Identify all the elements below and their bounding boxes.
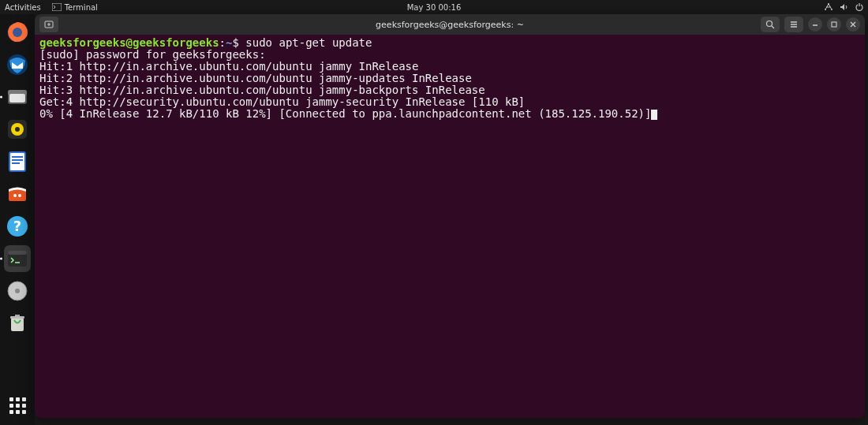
terminal-small-icon	[52, 3, 62, 11]
svg-point-3	[831, 9, 832, 10]
svg-rect-19	[9, 189, 26, 201]
svg-rect-14	[9, 152, 25, 171]
svg-rect-30	[11, 318, 24, 331]
svg-line-37	[772, 26, 774, 28]
window-title: geeksforgeeks@geeksforgeeks: ~	[35, 20, 865, 30]
svg-point-2	[825, 9, 826, 10]
svg-point-1	[828, 3, 829, 5]
terminal-line: [sudo] password for geeksforgeeks:	[39, 49, 860, 61]
topbar-terminal-label: Terminal	[65, 3, 98, 12]
svg-point-20	[13, 194, 17, 197]
svg-rect-32	[15, 315, 20, 316]
terminal-window: geeksforgeeks@geeksforgeeks: ~ geeksforg…	[35, 14, 865, 418]
hamburger-menu-button[interactable]	[784, 17, 803, 32]
terminal-line: Get:4 http://security.ubuntu.com/ubuntu …	[39, 96, 860, 108]
rhythmbox-icon[interactable]	[4, 116, 31, 143]
svg-point-36	[767, 21, 773, 27]
clock[interactable]: May 30 00:16	[407, 3, 462, 12]
terminal-cursor	[651, 110, 657, 120]
svg-rect-0	[52, 3, 62, 11]
svg-text:?: ?	[13, 218, 21, 234]
files-icon[interactable]	[4, 84, 31, 110]
svg-point-6	[13, 28, 22, 37]
svg-point-13	[15, 127, 20, 132]
thunderbird-icon[interactable]	[4, 51, 31, 78]
volume-icon[interactable]	[840, 3, 849, 11]
dock: ?	[0, 14, 35, 425]
firefox-icon[interactable]	[4, 19, 31, 46]
svg-rect-18	[12, 162, 20, 164]
maximize-button[interactable]	[827, 17, 841, 32]
terminal-icon[interactable]	[4, 245, 31, 272]
terminal-line: Hit:1 http://in.archive.ubuntu.com/ubunt…	[39, 61, 860, 73]
svg-point-29	[15, 289, 20, 293]
svg-rect-17	[12, 159, 23, 161]
close-button[interactable]	[846, 17, 860, 32]
terminal-line: Hit:2 http://in.archive.ubuntu.com/ubunt…	[39, 73, 860, 84]
topbar-terminal-menu[interactable]: Terminal	[52, 3, 98, 12]
svg-rect-42	[832, 22, 836, 27]
terminal-line: 0% [4 InRelease 12.7 kB/110 kB 12%] [Con…	[39, 108, 860, 120]
libreoffice-writer-icon[interactable]	[4, 148, 31, 175]
terminal-line: geeksforgeeks@geeksforgeeks:~$ sudo apt-…	[39, 37, 860, 49]
activities-button[interactable]: Activities	[5, 3, 41, 12]
window-titlebar[interactable]: geeksforgeeks@geeksforgeeks: ~	[35, 14, 865, 35]
gnome-topbar: Activities Terminal May 30 00:16	[0, 0, 868, 14]
disk-icon[interactable]	[4, 278, 31, 304]
new-tab-button[interactable]	[39, 17, 58, 32]
terminal-line: Hit:3 http://in.archive.ubuntu.com/ubunt…	[39, 84, 860, 96]
software-icon[interactable]	[4, 181, 31, 207]
svg-point-21	[18, 194, 21, 197]
search-button[interactable]	[761, 17, 780, 32]
help-icon[interactable]: ?	[4, 213, 31, 240]
svg-rect-25	[8, 251, 27, 255]
svg-rect-16	[12, 156, 23, 158]
show-applications-button[interactable]	[4, 392, 31, 419]
terminal-body[interactable]: geeksforgeeks@geeksforgeeks:~$ sudo apt-…	[35, 35, 865, 418]
power-icon[interactable]	[855, 3, 863, 11]
svg-rect-10	[9, 94, 25, 103]
trash-icon[interactable]	[4, 310, 31, 337]
network-icon[interactable]	[824, 3, 833, 11]
minimize-button[interactable]	[808, 17, 822, 32]
svg-rect-31	[10, 316, 24, 319]
